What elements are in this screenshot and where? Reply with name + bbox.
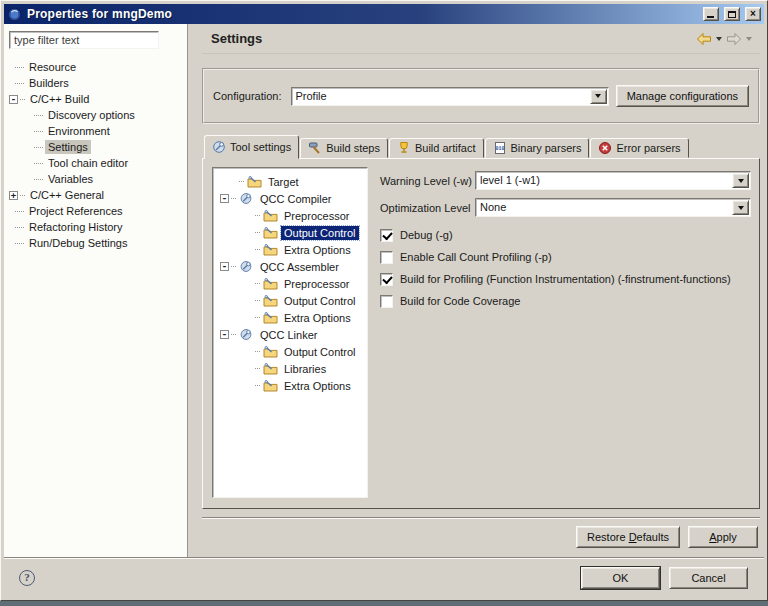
collapse-expander-icon[interactable]: -: [9, 95, 18, 104]
debug-checkbox-row: Debug (-g): [380, 224, 751, 246]
svg-text:010: 010: [495, 146, 504, 152]
page-content: Settings Configuration: Profile: [202, 24, 764, 557]
dialog-button-bar: ? OK Cancel: [4, 557, 764, 597]
restore-defaults-button[interactable]: Restore Defaults: [576, 526, 680, 548]
tool-item-assembler-preprocessor[interactable]: Preprocessor: [217, 275, 367, 292]
expand-expander-icon[interactable]: +: [9, 191, 18, 200]
binary-document-icon: 010: [493, 141, 507, 155]
nav-item-run-debug-settings[interactable]: Run/Debug Settings: [6, 235, 187, 251]
nav-item-resource[interactable]: Resource: [6, 59, 187, 75]
titlebar[interactable]: Properties for mngDemo ×: [4, 4, 764, 24]
forward-arrow-icon[interactable]: [725, 32, 743, 46]
tab-build-artifact[interactable]: Build artifact: [389, 138, 484, 158]
tab-label: Build steps: [326, 142, 380, 154]
nav-item-builders[interactable]: Builders: [6, 75, 187, 91]
wrench-ball-icon: [212, 140, 226, 154]
code-coverage-checkbox[interactable]: [380, 295, 393, 308]
build-for-profiling-checkbox[interactable]: [380, 273, 393, 286]
configuration-select[interactable]: Profile: [291, 87, 609, 106]
debug-checkbox[interactable]: [380, 229, 393, 242]
call-count-profiling-checkbox[interactable]: [380, 251, 393, 264]
forward-history-caret-icon[interactable]: [746, 37, 752, 41]
maximize-button[interactable]: [724, 7, 740, 21]
close-button[interactable]: ×: [745, 7, 761, 21]
nav-item-variables[interactable]: Variables: [6, 171, 187, 187]
tree-connector: [15, 243, 24, 244]
tool-item-assembler-extra-options[interactable]: Extra Options: [217, 309, 367, 326]
tool-item-qcc-compiler[interactable]: - QCC Compiler: [217, 190, 367, 207]
tree-connector: [255, 368, 260, 369]
configuration-label: Configuration:: [213, 90, 282, 102]
nav-item-environment[interactable]: Environment: [6, 123, 187, 139]
nav-item-cpp-build[interactable]: -C/C++ Build: [6, 91, 187, 107]
tool-item-qcc-assembler[interactable]: - QCC Assembler: [217, 258, 367, 275]
tree-connector: [255, 249, 260, 250]
code-coverage-checkbox-row: Build for Code Coverage: [380, 290, 751, 312]
nav-item-settings[interactable]: Settings: [6, 139, 187, 155]
nav-item-project-references[interactable]: Project References: [6, 203, 187, 219]
tree-connector: [15, 83, 24, 84]
cancel-button[interactable]: Cancel: [669, 567, 748, 589]
optimization-level-row: Optimization Level None: [380, 197, 751, 218]
ok-cancel-group: OK Cancel: [581, 567, 748, 589]
tab-error-parsers[interactable]: Error parsers: [590, 138, 688, 158]
tool-item-compiler-extra-options[interactable]: Extra Options: [217, 241, 367, 258]
tab-label: Tool settings: [230, 141, 291, 153]
back-arrow-icon[interactable]: [695, 32, 713, 46]
tree-connector: [20, 99, 25, 100]
dropdown-arrow-icon[interactable]: [732, 173, 749, 188]
folder-wrench-icon: [262, 277, 278, 290]
tool-item-compiler-preprocessor[interactable]: Preprocessor: [217, 207, 367, 224]
ok-button[interactable]: OK: [581, 567, 660, 589]
folder-wrench-icon: [262, 311, 278, 324]
folder-wrench-icon: [262, 226, 278, 239]
tool-item-assembler-output-control[interactable]: Output Control: [217, 292, 367, 309]
warning-level-value: level 1 (-w1): [480, 174, 540, 186]
hammer-icon: [308, 141, 322, 155]
panel-sash[interactable]: [188, 24, 202, 557]
tree-connector: [34, 163, 43, 164]
manage-configurations-button[interactable]: Manage configurations: [616, 85, 749, 107]
tab-label: Build artifact: [415, 142, 476, 154]
properties-dialog: Properties for mngDemo × Resource Builde…: [0, 0, 768, 601]
output-control-options: Warning Level (-w) level 1 (-w1) Optimiz…: [376, 167, 753, 498]
tab-binary-parsers[interactable]: 010 Binary parsers: [485, 138, 590, 158]
folder-wrench-icon: [262, 294, 278, 307]
collapse-expander-icon[interactable]: -: [220, 330, 229, 339]
warning-level-select[interactable]: level 1 (-w1): [475, 171, 751, 190]
tree-connector: [255, 300, 260, 301]
page-title: Settings: [211, 31, 262, 46]
tree-connector: [231, 198, 236, 199]
back-history-caret-icon[interactable]: [716, 37, 722, 41]
nav-item-refactoring-history[interactable]: Refactoring History: [6, 219, 187, 235]
tool-item-linker-libraries[interactable]: Libraries: [217, 360, 367, 377]
tool-item-compiler-output-control[interactable]: Output Control: [217, 224, 367, 241]
tool-item-target[interactable]: Target: [217, 173, 367, 190]
call-count-profiling-checkbox-row: Enable Call Count Profiling (-p): [380, 246, 751, 268]
nav-item-discovery-options[interactable]: Discovery options: [6, 107, 187, 123]
tab-label: Binary parsers: [511, 142, 582, 154]
minimize-button[interactable]: [703, 7, 719, 21]
tree-connector: [255, 317, 260, 318]
nav-item-cpp-general[interactable]: +C/C++ General: [6, 187, 187, 203]
tool-item-linker-output-control[interactable]: Output Control: [217, 343, 367, 360]
optimization-level-select[interactable]: None: [475, 198, 751, 217]
tool-item-qcc-linker[interactable]: - QCC Linker: [217, 326, 367, 343]
dropdown-arrow-icon[interactable]: [590, 89, 607, 104]
tab-build-steps[interactable]: Build steps: [300, 138, 388, 158]
warning-level-row: Warning Level (-w) level 1 (-w1): [380, 170, 751, 191]
collapse-expander-icon[interactable]: -: [220, 194, 229, 203]
tab-label: Error parsers: [616, 142, 680, 154]
help-icon[interactable]: ?: [19, 570, 35, 586]
apply-button[interactable]: Apply: [688, 526, 758, 548]
tool-item-linker-extra-options[interactable]: Extra Options: [217, 377, 367, 394]
filter-input[interactable]: [9, 31, 159, 49]
dropdown-arrow-icon[interactable]: [732, 200, 749, 215]
nav-item-tool-chain-editor[interactable]: Tool chain editor: [6, 155, 187, 171]
configuration-group: Configuration: Profile Manage configurat…: [202, 68, 760, 124]
tab-tool-settings[interactable]: Tool settings: [204, 135, 299, 159]
build-for-profiling-label: Build for Profiling (Function Instrument…: [400, 273, 731, 285]
build-for-profiling-checkbox-row: Build for Profiling (Function Instrument…: [380, 268, 751, 290]
collapse-expander-icon[interactable]: -: [220, 262, 229, 271]
maximize-icon: [728, 11, 736, 18]
